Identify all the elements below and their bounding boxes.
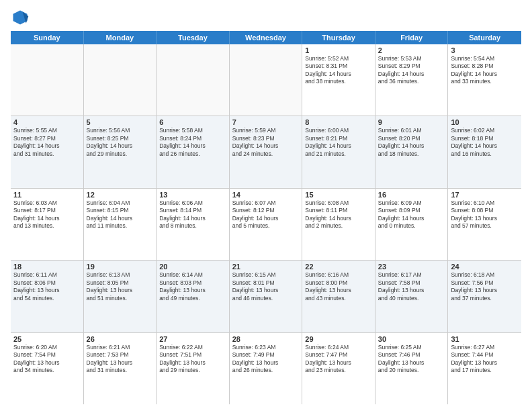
day-cell-8: 8Sunrise: 6:00 AM Sunset: 8:21 PM Daylig… <box>302 116 375 187</box>
day-number: 5 <box>87 118 154 126</box>
day-cell-18: 18Sunrise: 6:11 AM Sunset: 8:06 PM Dayli… <box>11 261 84 332</box>
week-row-3: 11Sunrise: 6:03 AM Sunset: 8:17 PM Dayli… <box>11 189 521 261</box>
day-info: Sunrise: 6:11 AM Sunset: 8:06 PM Dayligh… <box>13 271 81 302</box>
day-info: Sunrise: 5:59 AM Sunset: 8:23 PM Dayligh… <box>232 127 300 158</box>
day-info: Sunrise: 5:55 AM Sunset: 8:27 PM Dayligh… <box>13 127 81 158</box>
day-number: 30 <box>378 335 445 343</box>
day-info: Sunrise: 5:52 AM Sunset: 8:31 PM Dayligh… <box>305 55 372 86</box>
calendar: SundayMondayTuesdayWednesdayThursdayFrid… <box>11 31 521 404</box>
day-info: Sunrise: 6:15 AM Sunset: 8:01 PM Dayligh… <box>232 271 300 302</box>
day-info: Sunrise: 6:02 AM Sunset: 8:18 PM Dayligh… <box>451 127 519 158</box>
day-cell-15: 15Sunrise: 6:08 AM Sunset: 8:11 PM Dayli… <box>302 189 375 260</box>
day-info: Sunrise: 6:13 AM Sunset: 8:05 PM Dayligh… <box>87 271 154 302</box>
day-info: Sunrise: 6:16 AM Sunset: 8:00 PM Dayligh… <box>305 271 372 302</box>
day-cell-25: 25Sunrise: 6:20 AM Sunset: 7:54 PM Dayli… <box>11 333 84 404</box>
day-cell-7: 7Sunrise: 5:59 AM Sunset: 8:23 PM Daylig… <box>230 116 303 187</box>
day-cell-5: 5Sunrise: 5:56 AM Sunset: 8:25 PM Daylig… <box>84 116 157 187</box>
day-number: 17 <box>451 191 519 199</box>
day-number: 23 <box>378 263 445 271</box>
day-cell-6: 6Sunrise: 5:58 AM Sunset: 8:24 PM Daylig… <box>157 116 230 187</box>
day-number: 13 <box>159 191 226 199</box>
day-number: 25 <box>13 335 81 343</box>
day-cell-27: 27Sunrise: 6:22 AM Sunset: 7:51 PM Dayli… <box>157 333 230 404</box>
day-cell-26: 26Sunrise: 6:21 AM Sunset: 7:53 PM Dayli… <box>84 333 157 404</box>
day-info: Sunrise: 6:20 AM Sunset: 7:54 PM Dayligh… <box>13 344 81 375</box>
header-cell-saturday: Saturday <box>448 31 521 44</box>
header-cell-thursday: Thursday <box>302 31 375 44</box>
day-number: 29 <box>305 335 372 343</box>
header-cell-wednesday: Wednesday <box>230 31 303 44</box>
page: SundayMondayTuesdayWednesdayThursdayFrid… <box>0 0 532 411</box>
day-cell-28: 28Sunrise: 6:23 AM Sunset: 7:49 PM Dayli… <box>230 333 303 404</box>
header-cell-sunday: Sunday <box>11 31 84 44</box>
day-cell-10: 10Sunrise: 6:02 AM Sunset: 8:18 PM Dayli… <box>448 116 521 187</box>
day-number: 20 <box>159 263 226 271</box>
calendar-header: SundayMondayTuesdayWednesdayThursdayFrid… <box>11 31 521 44</box>
day-info: Sunrise: 6:22 AM Sunset: 7:51 PM Dayligh… <box>159 344 226 375</box>
day-cell-3: 3Sunrise: 5:54 AM Sunset: 8:28 PM Daylig… <box>448 44 521 116</box>
day-info: Sunrise: 5:54 AM Sunset: 8:28 PM Dayligh… <box>451 55 519 86</box>
day-number: 10 <box>451 118 519 126</box>
day-number: 1 <box>305 46 372 54</box>
header-cell-monday: Monday <box>84 31 157 44</box>
day-number: 31 <box>451 335 519 343</box>
day-info: Sunrise: 6:23 AM Sunset: 7:49 PM Dayligh… <box>232 344 300 375</box>
day-cell-23: 23Sunrise: 6:17 AM Sunset: 7:58 PM Dayli… <box>375 261 449 332</box>
day-info: Sunrise: 6:09 AM Sunset: 8:09 PM Dayligh… <box>378 199 445 230</box>
day-cell-14: 14Sunrise: 6:07 AM Sunset: 8:12 PM Dayli… <box>230 189 303 260</box>
day-info: Sunrise: 6:10 AM Sunset: 8:08 PM Dayligh… <box>451 199 519 230</box>
day-number: 11 <box>13 191 81 199</box>
day-cell-9: 9Sunrise: 6:01 AM Sunset: 8:20 PM Daylig… <box>375 116 449 187</box>
logo-icon <box>11 8 30 27</box>
header <box>11 8 521 27</box>
day-cell-2: 2Sunrise: 5:53 AM Sunset: 8:29 PM Daylig… <box>375 44 449 116</box>
day-cell-30: 30Sunrise: 6:25 AM Sunset: 7:46 PM Dayli… <box>375 333 449 404</box>
day-number: 24 <box>451 263 519 271</box>
week-row-2: 4Sunrise: 5:55 AM Sunset: 8:27 PM Daylig… <box>11 116 521 188</box>
day-number: 8 <box>305 118 372 126</box>
calendar-body: 1Sunrise: 5:52 AM Sunset: 8:31 PM Daylig… <box>11 44 521 404</box>
day-info: Sunrise: 6:17 AM Sunset: 7:58 PM Dayligh… <box>378 271 445 302</box>
day-info: Sunrise: 6:06 AM Sunset: 8:14 PM Dayligh… <box>159 199 226 230</box>
day-info: Sunrise: 5:56 AM Sunset: 8:25 PM Dayligh… <box>87 127 154 158</box>
day-cell-19: 19Sunrise: 6:13 AM Sunset: 8:05 PM Dayli… <box>84 261 157 332</box>
day-info: Sunrise: 5:53 AM Sunset: 8:29 PM Dayligh… <box>378 55 445 86</box>
day-number: 12 <box>87 191 154 199</box>
day-number: 15 <box>305 191 372 199</box>
day-number: 18 <box>13 263 81 271</box>
week-row-1: 1Sunrise: 5:52 AM Sunset: 8:31 PM Daylig… <box>11 44 521 116</box>
day-number: 27 <box>159 335 226 343</box>
day-cell-empty <box>84 44 157 116</box>
day-number: 21 <box>232 263 300 271</box>
day-number: 3 <box>451 46 519 54</box>
day-number: 4 <box>13 118 81 126</box>
day-cell-17: 17Sunrise: 6:10 AM Sunset: 8:08 PM Dayli… <box>448 189 521 260</box>
day-cell-11: 11Sunrise: 6:03 AM Sunset: 8:17 PM Dayli… <box>11 189 84 260</box>
day-number: 2 <box>378 46 445 54</box>
day-cell-empty <box>157 44 230 116</box>
day-cell-12: 12Sunrise: 6:04 AM Sunset: 8:15 PM Dayli… <box>84 189 157 260</box>
day-number: 26 <box>87 335 154 343</box>
day-info: Sunrise: 6:00 AM Sunset: 8:21 PM Dayligh… <box>305 127 372 158</box>
day-info: Sunrise: 6:27 AM Sunset: 7:44 PM Dayligh… <box>451 344 519 375</box>
day-cell-1: 1Sunrise: 5:52 AM Sunset: 8:31 PM Daylig… <box>302 44 375 116</box>
day-cell-31: 31Sunrise: 6:27 AM Sunset: 7:44 PM Dayli… <box>448 333 521 404</box>
day-cell-22: 22Sunrise: 6:16 AM Sunset: 8:00 PM Dayli… <box>302 261 375 332</box>
day-cell-16: 16Sunrise: 6:09 AM Sunset: 8:09 PM Dayli… <box>375 189 449 260</box>
day-info: Sunrise: 6:07 AM Sunset: 8:12 PM Dayligh… <box>232 199 300 230</box>
day-info: Sunrise: 6:03 AM Sunset: 8:17 PM Dayligh… <box>13 199 81 230</box>
day-number: 6 <box>159 118 226 126</box>
day-cell-21: 21Sunrise: 6:15 AM Sunset: 8:01 PM Dayli… <box>230 261 303 332</box>
day-number: 19 <box>87 263 154 271</box>
header-cell-friday: Friday <box>375 31 449 44</box>
day-number: 22 <box>305 263 372 271</box>
day-info: Sunrise: 6:08 AM Sunset: 8:11 PM Dayligh… <box>305 199 372 230</box>
logo <box>11 8 32 27</box>
day-cell-empty <box>230 44 303 116</box>
day-info: Sunrise: 6:24 AM Sunset: 7:47 PM Dayligh… <box>305 344 372 375</box>
day-cell-20: 20Sunrise: 6:14 AM Sunset: 8:03 PM Dayli… <box>157 261 230 332</box>
day-info: Sunrise: 6:04 AM Sunset: 8:15 PM Dayligh… <box>87 199 154 230</box>
day-info: Sunrise: 6:18 AM Sunset: 7:56 PM Dayligh… <box>451 271 519 302</box>
day-number: 7 <box>232 118 300 126</box>
day-info: Sunrise: 5:58 AM Sunset: 8:24 PM Dayligh… <box>159 127 226 158</box>
